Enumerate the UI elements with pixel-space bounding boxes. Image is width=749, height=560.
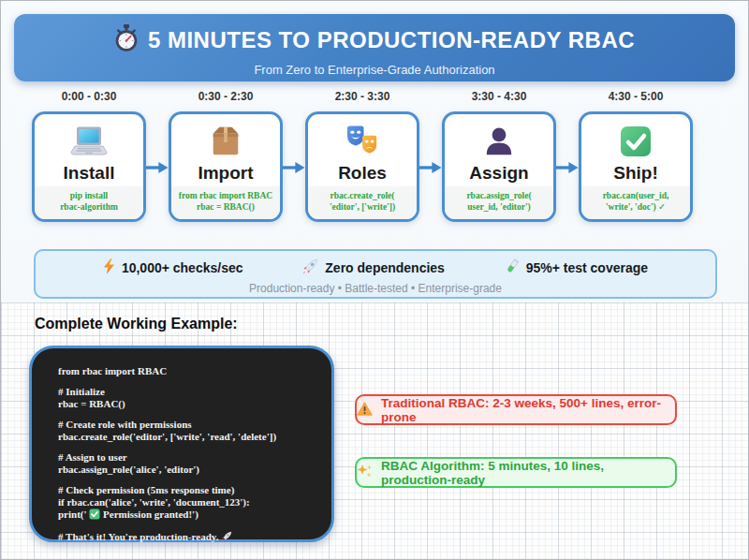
step-time: 4:30 - 5:00 bbox=[609, 90, 664, 103]
theater-masks-icon bbox=[308, 121, 417, 162]
timeline: 0:00 - 0:30 Install pip install bbox=[32, 90, 693, 222]
timeline-step-ship: 4:30 - 5:00 Ship! rbac.can(user_id,'writ… bbox=[579, 90, 693, 222]
code-line: rbac.create_role('editor', ['write', 're… bbox=[58, 431, 322, 443]
step-time: 3:30 - 4:30 bbox=[472, 90, 527, 103]
step-title: Ship! bbox=[581, 163, 690, 184]
code-line: rbac = RBAC() bbox=[58, 398, 322, 410]
stat-label: 10,000+ checks/sec bbox=[122, 260, 243, 275]
code-line: # Create role with permissions bbox=[58, 419, 322, 431]
stopwatch-icon bbox=[114, 24, 139, 56]
code-line: from rbac import RBAC bbox=[58, 365, 322, 377]
stat-checks-per-sec: 10,000+ checks/sec bbox=[103, 258, 243, 277]
rbac-algorithm-text: RBAC Algorithm: 5 minutes, 10 lines, pro… bbox=[381, 459, 675, 487]
step-code: rbac.can(user_id,'write', 'doc') ✓ bbox=[581, 186, 690, 219]
step-time: 0:00 - 0:30 bbox=[62, 90, 117, 103]
timeline-step-import: 0:30 - 2:30 Import from rbac import RBAC… bbox=[169, 90, 283, 222]
check-icon bbox=[581, 121, 690, 162]
laptop-icon bbox=[35, 121, 143, 162]
step-card-ship: Ship! rbac.can(user_id,'write', 'doc') ✓ bbox=[579, 111, 693, 222]
page-subtitle: From Zero to Enterprise-Grade Authorizat… bbox=[14, 63, 735, 77]
step-title: Roles bbox=[308, 163, 417, 184]
example-section: Complete Working Example: from rbac impo… bbox=[1, 302, 748, 560]
code-line: rbac.assign_role('alice', 'editor') bbox=[58, 464, 322, 476]
step-title: Install bbox=[35, 163, 143, 184]
person-icon bbox=[445, 121, 553, 162]
traditional-rbac-callout: Traditional RBAC: 2-3 weeks, 500+ lines,… bbox=[355, 394, 677, 425]
code-line: print(' Permission granted!') bbox=[58, 508, 322, 523]
step-card-assign: Assign rbac.assign_role(user_id, 'editor… bbox=[442, 111, 556, 222]
code-block: from rbac import RBAC # Initialize rbac … bbox=[29, 346, 334, 542]
code-line: # Check permission (5ms response time) bbox=[58, 484, 322, 496]
step-time: 0:30 - 2:30 bbox=[198, 90, 254, 103]
rbac-algorithm-callout: RBAC Algorithm: 5 minutes, 10 lines, pro… bbox=[355, 457, 677, 488]
check-emoji-icon bbox=[89, 510, 100, 522]
arrow-right-icon bbox=[556, 160, 579, 175]
step-code: from rbac import RBACrbac = RBAC() bbox=[171, 186, 280, 219]
test-tube-icon bbox=[505, 258, 520, 277]
arrow-right-icon bbox=[283, 160, 305, 175]
code-line: # Assign to user bbox=[58, 451, 322, 464]
arrow-right-icon bbox=[419, 160, 442, 175]
code-line: if rbac.can('alice', 'write', 'document_… bbox=[58, 496, 322, 508]
code-line: # That's it! You're production-ready. bbox=[58, 531, 322, 545]
stats-bar: 10,000+ checks/sec Zero dependencies bbox=[34, 249, 717, 299]
arrow-right-icon bbox=[146, 160, 169, 175]
package-icon bbox=[171, 121, 280, 162]
step-code: rbac.assign_role(user_id, 'editor') bbox=[445, 186, 553, 219]
infographic-canvas: 5 MINUTES TO PRODUCTION-READY RBAC From … bbox=[0, 0, 749, 560]
step-card-roles: Roles rbac.create_role('editor', ['write… bbox=[305, 111, 419, 222]
warning-icon bbox=[357, 402, 373, 419]
timeline-step-roles: 2:30 - 3:30 bbox=[305, 90, 419, 222]
step-time: 2:30 - 3:30 bbox=[335, 90, 390, 103]
traditional-rbac-text: Traditional RBAC: 2-3 weeks, 500+ lines,… bbox=[381, 396, 675, 424]
timeline-step-install: 0:00 - 0:30 Install pip install bbox=[32, 90, 146, 222]
step-code: rbac.create_role('editor', ['write']) bbox=[308, 186, 417, 219]
stats-tagline: Production-ready • Battle-tested • Enter… bbox=[36, 282, 715, 295]
step-title: Import bbox=[171, 163, 280, 184]
step-card-install: Install pip installrbac-algorithm bbox=[32, 111, 146, 222]
rocket-emoji-icon bbox=[221, 533, 232, 544]
sparkles-icon bbox=[357, 464, 373, 481]
example-heading: Complete Working Example: bbox=[35, 316, 238, 332]
timeline-step-assign: 3:30 - 4:30 Assign rbac.assign_role(user… bbox=[442, 90, 556, 222]
rocket-icon bbox=[302, 258, 318, 277]
page-title: 5 MINUTES TO PRODUCTION-READY RBAC bbox=[148, 27, 635, 53]
step-card-import: Import from rbac import RBACrbac = RBAC(… bbox=[169, 111, 283, 222]
stat-zero-dependencies: Zero dependencies bbox=[302, 258, 445, 277]
header-banner: 5 MINUTES TO PRODUCTION-READY RBAC From … bbox=[14, 14, 735, 81]
lightning-icon bbox=[103, 258, 115, 277]
stat-test-coverage: 95%+ test coverage bbox=[505, 258, 648, 277]
step-code: pip installrbac-algorithm bbox=[35, 186, 143, 219]
code-line: # Initialize bbox=[58, 386, 322, 398]
stat-label: Zero dependencies bbox=[325, 260, 445, 275]
stat-label: 95%+ test coverage bbox=[526, 260, 648, 275]
step-title: Assign bbox=[445, 163, 553, 184]
